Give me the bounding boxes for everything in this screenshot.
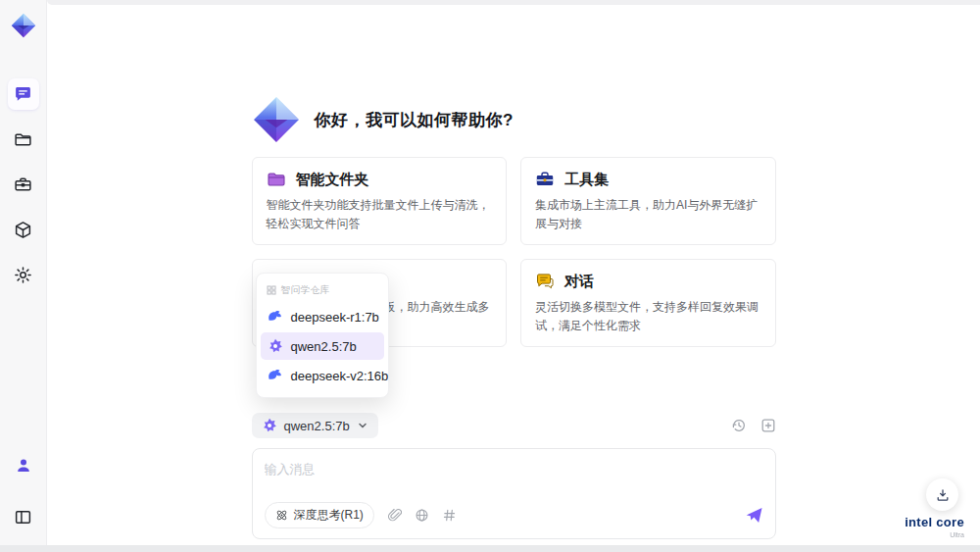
sidebar-item-collapse[interactable] <box>8 501 39 532</box>
intel-core-badge: intel core Ultra <box>905 514 964 538</box>
card-desc: 智能文件夹功能支持批量文件上传与清洗，轻松实现文件问答 <box>267 196 493 232</box>
send-icon[interactable] <box>745 506 763 525</box>
model-dropdown: 智问学仓库 deepseek-r1:7b qwen2.5:7b <box>256 273 389 398</box>
intel-ultra-label: Ultra <box>905 531 964 538</box>
model-dropdown-header-label: 智问学仓库 <box>281 283 330 297</box>
chat-yellow-icon <box>535 272 555 291</box>
cube-icon <box>14 221 32 239</box>
deepseek-whale-icon <box>268 368 283 383</box>
model-option-label: deepseek-v2:16b <box>291 369 389 383</box>
model-option-deepseek-v2[interactable]: deepseek-v2:16b <box>261 362 384 389</box>
deep-think-toggle[interactable]: 深度思考(R1) <box>265 502 374 528</box>
qwen-icon <box>262 418 277 433</box>
user-icon <box>15 457 32 475</box>
repository-icon <box>267 285 276 295</box>
model-option-label: deepseek-r1:7b <box>291 310 379 325</box>
sidebar-item-account[interactable] <box>8 450 39 481</box>
briefcase-navy-icon <box>535 170 555 189</box>
model-option-qwen[interactable]: qwen2.5:7b <box>261 332 384 360</box>
sidebar <box>0 0 47 552</box>
briefcase-icon <box>14 176 32 194</box>
card-title: 工具集 <box>564 171 609 189</box>
card-desc: 灵活切换多模型文件，支持多样回复效果调试，满足个性化需求 <box>535 298 761 334</box>
model-dropdown-header: 智问学仓库 <box>257 277 388 301</box>
gear-icon <box>14 266 32 284</box>
model-selector[interactable]: qwen2.5:7b <box>252 413 378 438</box>
intel-core-label: intel core <box>905 515 964 529</box>
card-title: 智能文件夹 <box>296 171 369 189</box>
main-panel: 你好，我可以如何帮助你? 智能文件夹 智能文件夹功能支持批量文件上传与清洗，轻松… <box>47 0 980 552</box>
folder-purple-icon <box>267 170 286 189</box>
sidebar-item-folders[interactable] <box>8 124 39 155</box>
chat-composer: 深度思考(R1) <box>252 448 776 539</box>
chat-icon <box>14 85 32 104</box>
paperclip-icon[interactable] <box>387 508 402 523</box>
sidebar-item-apps[interactable] <box>8 214 39 245</box>
download-button[interactable] <box>926 478 958 511</box>
history-icon[interactable] <box>731 418 747 433</box>
card-desc: 集成市场上主流工具，助力AI与外界无缝扩展与对接 <box>535 196 761 232</box>
web-search-icon[interactable] <box>415 508 429 523</box>
sidebar-item-settings[interactable] <box>8 259 39 290</box>
model-option-deepseek-r1[interactable]: deepseek-r1:7b <box>261 303 384 330</box>
chevron-down-icon <box>357 420 368 431</box>
greeting-row: 你好，我可以如何帮助你? <box>252 95 776 144</box>
deep-think-label: 深度思考(R1) <box>294 507 364 524</box>
new-chat-icon[interactable] <box>760 418 776 433</box>
app-logo-icon <box>10 12 37 39</box>
card-toolset[interactable]: 工具集 集成市场上主流工具，助力AI与外界无缝扩展与对接 <box>520 157 776 245</box>
qwen-icon <box>268 338 283 354</box>
deepseek-whale-icon <box>268 309 283 325</box>
card-dialogue[interactable]: 对话 灵活切换多模型文件，支持多样回复效果调试，满足个性化需求 <box>520 259 776 347</box>
hash-icon[interactable] <box>442 508 457 523</box>
download-icon <box>935 487 951 503</box>
composer-actions: 深度思考(R1) <box>265 502 763 528</box>
sidebar-item-toolbox[interactable] <box>8 169 39 200</box>
sidebar-item-chat[interactable] <box>8 78 39 110</box>
message-input[interactable] <box>265 461 763 498</box>
panel-icon <box>14 508 32 527</box>
card-smart-folder[interactable]: 智能文件夹 智能文件夹功能支持批量文件上传与清洗，轻松实现文件问答 <box>252 157 508 245</box>
bottom-bar <box>0 545 980 552</box>
card-title: 对话 <box>564 273 594 291</box>
page-title: 你好，我可以如何帮助你? <box>315 109 514 131</box>
model-selector-row: qwen2.5:7b <box>252 412 776 439</box>
selected-model-label: qwen2.5:7b <box>284 419 350 433</box>
assistant-logo-icon <box>252 95 301 144</box>
model-option-label: qwen2.5:7b <box>291 339 357 354</box>
atom-icon <box>275 509 288 522</box>
folder-icon <box>14 130 32 149</box>
